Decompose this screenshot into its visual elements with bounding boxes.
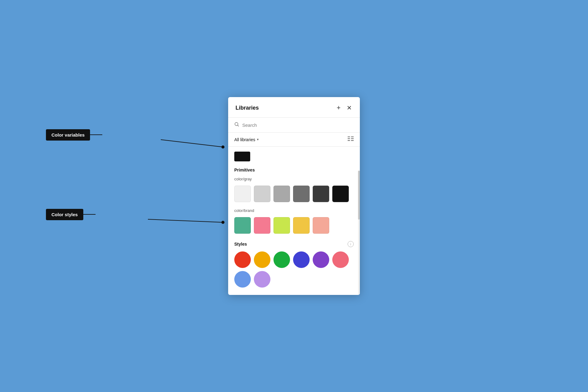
brand-swatch-yellow[interactable] bbox=[293, 217, 310, 234]
panel-title: Libraries bbox=[236, 105, 259, 111]
svg-rect-7 bbox=[348, 138, 350, 139]
search-bar bbox=[228, 118, 360, 133]
primitives-section-label: Primitives bbox=[228, 165, 360, 175]
brand-swatches-row bbox=[228, 216, 360, 239]
all-libraries-dropdown[interactable]: All libraries ▾ bbox=[234, 137, 259, 142]
gray-swatch-600[interactable] bbox=[293, 186, 310, 202]
brand-swatch-green[interactable] bbox=[234, 217, 251, 234]
svg-line-2 bbox=[148, 219, 223, 222]
style-circle-orange[interactable] bbox=[254, 251, 270, 268]
styles-section-label: Styles bbox=[234, 242, 247, 247]
brand-swatch-lime[interactable] bbox=[273, 217, 290, 234]
svg-rect-6 bbox=[348, 137, 350, 137]
svg-point-1 bbox=[221, 145, 224, 149]
gray-swatches-row bbox=[228, 184, 360, 207]
svg-point-3 bbox=[221, 221, 224, 224]
color-gray-label: color/gray bbox=[228, 175, 360, 184]
svg-rect-11 bbox=[351, 140, 354, 141]
style-circle-green[interactable] bbox=[273, 251, 290, 268]
dark-swatch-row bbox=[234, 152, 354, 161]
style-circle-salmon[interactable] bbox=[332, 251, 349, 268]
brand-swatch-peach[interactable] bbox=[313, 217, 329, 234]
svg-rect-10 bbox=[351, 138, 354, 139]
filter-bar: All libraries ▾ bbox=[228, 133, 360, 147]
add-button[interactable]: + bbox=[336, 104, 341, 112]
gray-swatch-800[interactable] bbox=[313, 186, 329, 202]
scrollbar-track[interactable] bbox=[358, 171, 360, 295]
gray-swatch-100[interactable] bbox=[234, 186, 251, 202]
styles-section-header: Styles i bbox=[228, 239, 360, 250]
color-brand-label: color/brand bbox=[228, 207, 360, 216]
gray-swatch-200[interactable] bbox=[254, 186, 270, 202]
panel-content: Primitives color/gray color/brand bbox=[228, 147, 360, 295]
search-input[interactable] bbox=[242, 123, 354, 128]
style-circle-blue[interactable] bbox=[293, 251, 310, 268]
libraries-panel: Libraries + ✕ All libraries ▾ bbox=[228, 97, 360, 295]
dark-color-swatch[interactable] bbox=[234, 152, 250, 161]
search-icon bbox=[234, 122, 239, 128]
info-icon[interactable]: i bbox=[348, 241, 354, 247]
panel-header: Libraries + ✕ bbox=[228, 97, 360, 118]
style-circles-row-2 bbox=[228, 271, 360, 295]
style-circle-purple[interactable] bbox=[313, 251, 329, 268]
color-styles-annotation: Color styles bbox=[46, 209, 83, 220]
svg-rect-8 bbox=[348, 140, 350, 141]
style-circle-red[interactable] bbox=[234, 251, 251, 268]
style-circles-row bbox=[228, 250, 360, 273]
style-circle-lavender[interactable] bbox=[254, 271, 270, 288]
chevron-down-icon: ▾ bbox=[257, 138, 259, 141]
svg-line-0 bbox=[161, 140, 223, 147]
scrollbar-thumb[interactable] bbox=[358, 171, 360, 220]
header-actions: + ✕ bbox=[336, 104, 352, 112]
gray-swatch-400[interactable] bbox=[273, 186, 290, 202]
close-button[interactable]: ✕ bbox=[346, 104, 352, 111]
svg-line-5 bbox=[238, 125, 239, 126]
gray-swatch-900[interactable] bbox=[332, 186, 349, 202]
brand-swatch-pink[interactable] bbox=[254, 217, 270, 234]
svg-rect-9 bbox=[351, 137, 354, 137]
color-variables-annotation: Color variables bbox=[46, 129, 90, 141]
list-view-icon[interactable] bbox=[348, 136, 354, 143]
style-circle-light-blue[interactable] bbox=[234, 271, 251, 288]
